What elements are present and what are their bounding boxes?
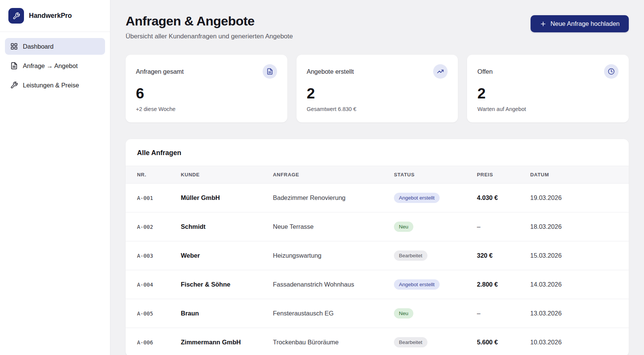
- cell-nr: A-004: [126, 270, 181, 299]
- document-icon: [263, 64, 277, 79]
- sidebar-nav: Dashboard Anfrage → Angebot Leistungen &…: [0, 32, 110, 102]
- cell-status: Angebot erstellt: [394, 270, 477, 299]
- sidebar-item-anfrage-angebot[interactable]: Anfrage → Angebot: [5, 57, 105, 74]
- table-row[interactable]: A-001 Müller GmbH Badezimmer Renovierung…: [126, 184, 629, 212]
- cell-nr: A-002: [126, 212, 181, 241]
- stat-label: Anfragen gesamt: [136, 68, 184, 75]
- page-header: Anfragen & Angebote Übersicht aller Kund…: [126, 13, 629, 40]
- cell-datum: 10.03.2026: [530, 328, 629, 355]
- table-row[interactable]: A-004 Fischer & Söhne Fassadenanstrich W…: [126, 270, 629, 299]
- table-header-row: NR. KUNDE ANFRAGE STATUS PREIS DATUM: [126, 166, 629, 184]
- cell-anfrage: Badezimmer Renovierung: [273, 184, 394, 212]
- sidebar-item-label: Leistungen & Preise: [23, 82, 79, 89]
- clock-icon: [604, 64, 618, 79]
- cell-preis: 5.600 €: [477, 328, 530, 355]
- cell-preis: –: [477, 299, 530, 328]
- app-logo: [8, 8, 24, 24]
- cell-preis: 320 €: [477, 241, 530, 270]
- column-header-nr: NR.: [126, 166, 181, 184]
- app-name: HandwerkPro: [29, 12, 72, 20]
- cell-kunde: Schmidt: [181, 212, 273, 241]
- status-badge: Neu: [394, 222, 413, 232]
- status-badge: Neu: [394, 308, 413, 319]
- table-row[interactable]: A-006 Zimmermann GmbH Trockenbau Büroräu…: [126, 328, 629, 355]
- cell-anfrage: Heizungswartung: [273, 241, 394, 270]
- new-request-button[interactable]: Neue Anfrage hochladen: [531, 15, 629, 32]
- plus-icon: [540, 21, 547, 27]
- table-row[interactable]: A-005 Braun Fensteraustausch EG Neu – 13…: [126, 299, 629, 328]
- sidebar-header: HandwerkPro: [0, 0, 110, 32]
- cell-nr: A-005: [126, 299, 181, 328]
- cell-anfrage: Fensteraustausch EG: [273, 299, 394, 328]
- cell-status: Angebot erstellt: [394, 184, 477, 212]
- column-header-preis: PREIS: [477, 166, 530, 184]
- stat-label: Angebote erstellt: [307, 68, 354, 75]
- cell-datum: 14.03.2026: [530, 270, 629, 299]
- column-header-datum: DATUM: [530, 166, 629, 184]
- stat-subtext: Gesamtwert 6.830 €: [307, 106, 448, 112]
- cell-kunde: Braun: [181, 299, 273, 328]
- cell-preis: 2.800 €: [477, 270, 530, 299]
- stat-subtext: +2 diese Woche: [136, 106, 277, 112]
- sidebar-item-dashboard[interactable]: Dashboard: [5, 38, 105, 55]
- new-request-button-label: Neue Anfrage hochladen: [550, 20, 620, 27]
- stat-card-offen: Offen 2 Warten auf Angebot: [467, 55, 629, 122]
- wrench-icon: [10, 81, 18, 89]
- stat-card-anfragen-gesamt: Anfragen gesamt 6 +2 diese Woche: [126, 55, 287, 122]
- requests-table-card: Alle Anfragen NR. KUNDE ANFRAGE STATUS P…: [126, 139, 629, 355]
- status-badge: Angebot erstellt: [394, 279, 440, 290]
- cell-kunde: Weber: [181, 241, 273, 270]
- sidebar-item-leistungen-preise[interactable]: Leistungen & Preise: [5, 77, 105, 94]
- column-header-status: STATUS: [394, 166, 477, 184]
- main-content: Anfragen & Angebote Übersicht aller Kund…: [110, 0, 644, 355]
- cell-datum: 15.03.2026: [530, 241, 629, 270]
- cell-nr: A-006: [126, 328, 181, 355]
- cell-preis: –: [477, 212, 530, 241]
- cell-anfrage: Trockenbau Büroräume: [273, 328, 394, 355]
- table-row[interactable]: A-003 Weber Heizungswartung Bearbeitet 3…: [126, 241, 629, 270]
- stat-label: Offen: [477, 68, 493, 75]
- table-title: Alle Anfragen: [126, 139, 629, 166]
- column-header-kunde: KUNDE: [181, 166, 273, 184]
- cell-kunde: Müller GmbH: [181, 184, 273, 212]
- status-badge: Bearbeitet: [394, 337, 427, 347]
- page-subtitle: Übersicht aller Kundenanfragen und gener…: [126, 33, 293, 40]
- stat-subtext: Warten auf Angebot: [477, 106, 618, 112]
- stat-value: 6: [136, 86, 277, 101]
- cell-datum: 13.03.2026: [530, 299, 629, 328]
- cell-status: Neu: [394, 299, 477, 328]
- cell-kunde: Fischer & Söhne: [181, 270, 273, 299]
- cell-datum: 18.03.2026: [530, 212, 629, 241]
- sidebar: HandwerkPro Dashboard Anfrage → Angebot …: [0, 0, 110, 355]
- cell-status: Bearbeitet: [394, 241, 477, 270]
- wrench-icon: [13, 12, 20, 20]
- stat-value: 2: [477, 86, 618, 101]
- dashboard-grid-icon: [10, 43, 18, 50]
- cell-status: Neu: [394, 212, 477, 241]
- trend-up-icon: [433, 64, 448, 79]
- cell-nr: A-003: [126, 241, 181, 270]
- cell-datum: 19.03.2026: [530, 184, 629, 212]
- cell-nr: A-001: [126, 184, 181, 212]
- stat-value: 2: [307, 86, 448, 101]
- cell-anfrage: Neue Terrasse: [273, 212, 394, 241]
- sidebar-item-label: Anfrage → Angebot: [23, 62, 78, 70]
- column-header-anfrage: ANFRAGE: [273, 166, 394, 184]
- page-title: Anfragen & Angebote: [126, 14, 293, 29]
- cell-preis: 4.030 €: [477, 184, 530, 212]
- table-row[interactable]: A-002 Schmidt Neue Terrasse Neu – 18.03.…: [126, 212, 629, 241]
- sidebar-item-label: Dashboard: [23, 43, 54, 50]
- stat-card-angebote-erstellt: Angebote erstellt 2 Gesamtwert 6.830 €: [296, 55, 458, 122]
- status-badge: Bearbeitet: [394, 250, 427, 261]
- cell-kunde: Zimmermann GmbH: [181, 328, 273, 355]
- status-badge: Angebot erstellt: [394, 193, 440, 203]
- document-icon: [10, 62, 18, 70]
- cell-status: Bearbeitet: [394, 328, 477, 355]
- stats-row: Anfragen gesamt 6 +2 diese Woche Angebot…: [126, 55, 629, 122]
- requests-table: NR. KUNDE ANFRAGE STATUS PREIS DATUM A-0…: [126, 166, 629, 355]
- cell-anfrage: Fassadenanstrich Wohnhaus: [273, 270, 394, 299]
